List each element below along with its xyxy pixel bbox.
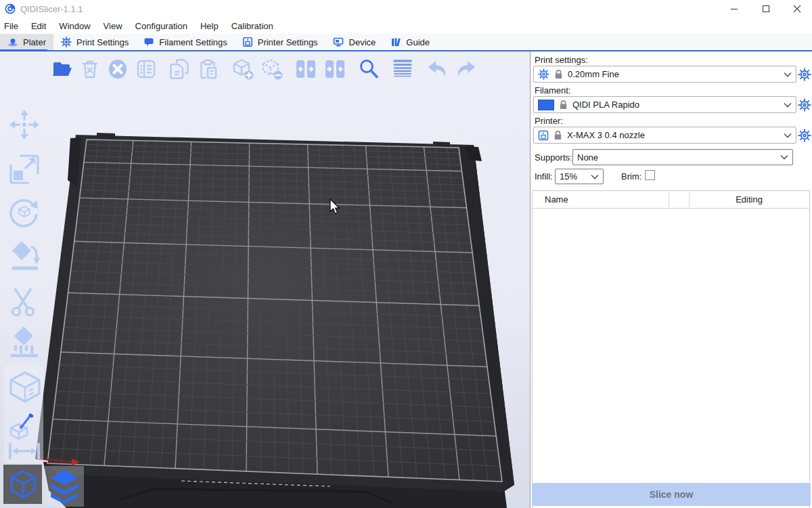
measure-button[interactable]	[7, 439, 42, 463]
maximize-button[interactable]	[751, 0, 781, 18]
printer-icon	[242, 37, 253, 47]
preview-view-button[interactable]	[45, 466, 84, 507]
chevron-down-icon	[784, 102, 792, 108]
move-button[interactable]	[7, 107, 42, 142]
menu-bar: File Edit Window View Configuration Help…	[0, 18, 812, 34]
print-settings-label: Print settings:	[535, 55, 588, 65]
scale-button[interactable]	[7, 152, 42, 187]
chevron-down-icon	[784, 72, 792, 77]
column-name: Name	[545, 194, 568, 205]
split-to-objects-button[interactable]	[294, 57, 318, 81]
edit-printer-button[interactable]	[797, 128, 812, 143]
object-table-header: Name Editing	[533, 191, 809, 209]
delete-all-button[interactable]	[106, 57, 130, 81]
menu-file[interactable]: File	[4, 21, 18, 31]
device-icon	[333, 37, 344, 47]
object-list-table[interactable]: Name Editing	[532, 190, 810, 508]
3d-editor-view-button[interactable]	[3, 465, 42, 504]
menu-configuration[interactable]: Configuration	[135, 21, 187, 31]
split-to-parts-button[interactable]	[323, 57, 347, 81]
slice-now-button[interactable]: Slice now	[532, 483, 811, 506]
arrange-button[interactable]	[134, 57, 158, 81]
supports-dropdown[interactable]: None	[572, 149, 793, 165]
edit-filament-button[interactable]	[797, 98, 812, 112]
print-settings-dropdown[interactable]: 0.20mm Fine	[533, 66, 796, 83]
guide-icon	[390, 37, 401, 47]
printer-value: X-MAX 3 0.4 nozzle	[567, 130, 779, 140]
brim-checkbox[interactable]	[645, 170, 655, 180]
brim-label: Brim:	[621, 171, 641, 182]
filament-color-swatch	[538, 100, 554, 110]
supports-value: None	[577, 152, 775, 163]
tab-print-settings[interactable]: Print Settings	[53, 34, 136, 50]
copy-button[interactable]	[168, 57, 192, 81]
filament-label: Filament:	[535, 85, 570, 96]
paint-on-supports-button[interactable]	[7, 325, 42, 360]
tab-printer-settings[interactable]: Printer Settings	[235, 34, 325, 50]
menu-edit[interactable]: Edit	[31, 21, 46, 31]
add-instance-button[interactable]	[231, 57, 255, 81]
place-on-face-button[interactable]	[7, 238, 42, 274]
gear-icon	[538, 68, 549, 80]
mmu-painting-button[interactable]	[7, 412, 42, 442]
seam-painting-button[interactable]	[7, 370, 42, 405]
tab-plater[interactable]: Plater	[0, 34, 53, 50]
menu-calibration[interactable]: Calibration	[231, 21, 273, 31]
undo-button[interactable]	[425, 57, 449, 81]
supports-label: Supports:	[535, 152, 572, 163]
print-settings-value: 0.20mm Fine	[568, 69, 779, 79]
printer-label: Printer:	[535, 116, 563, 126]
filament-value: QIDI PLA Rapido	[572, 100, 779, 110]
minimize-button[interactable]	[719, 0, 749, 18]
variable-layer-height-button[interactable]	[390, 57, 415, 81]
plater-icon	[7, 37, 18, 47]
cut-button[interactable]	[7, 284, 42, 320]
filament-icon	[143, 37, 154, 47]
remove-instance-button[interactable]	[260, 57, 284, 81]
mouse-cursor	[330, 199, 342, 217]
lock-icon	[554, 130, 562, 140]
chevron-down-icon	[780, 154, 788, 160]
infill-value: 15%	[560, 171, 586, 182]
lock-icon	[559, 100, 568, 110]
menu-window[interactable]: Window	[59, 21, 90, 31]
tab-filament-settings[interactable]: Filament Settings	[136, 34, 234, 50]
close-button[interactable]	[782, 0, 812, 18]
column-editing: Editing	[689, 194, 809, 205]
3d-viewport[interactable]	[0, 51, 530, 508]
app-logo-icon	[5, 3, 16, 14]
edit-print-settings-button[interactable]	[797, 67, 812, 82]
chevron-down-icon	[784, 133, 792, 138]
filament-dropdown[interactable]: QIDI PLA Rapido	[533, 96, 796, 113]
tab-bar: Plater Print Settings Filament Settings …	[0, 34, 812, 51]
window-title: QIDISlicer-1.1.1	[20, 4, 83, 14]
infill-label: Infill:	[535, 171, 553, 182]
menu-view[interactable]: View	[104, 21, 122, 31]
chevron-down-icon	[591, 174, 599, 179]
gear-icon	[61, 37, 72, 47]
printer-icon	[538, 130, 549, 141]
delete-button[interactable]	[78, 57, 102, 81]
redo-button[interactable]	[453, 57, 477, 81]
tab-guide[interactable]: Guide	[383, 34, 437, 50]
title-bar: QIDISlicer-1.1.1	[0, 0, 812, 18]
main-area: Print settings: 0.20mm Fine Filament: QI…	[0, 51, 812, 508]
paste-button[interactable]	[196, 57, 221, 81]
menu-help[interactable]: Help	[200, 21, 219, 31]
open-button[interactable]	[50, 57, 74, 81]
tab-device[interactable]: Device	[325, 34, 384, 50]
printer-dropdown[interactable]: X-MAX 3 0.4 nozzle	[533, 127, 796, 144]
column-separator	[669, 192, 669, 207]
lock-icon	[554, 69, 563, 79]
settings-panel: Print settings: 0.20mm Fine Filament: QI…	[531, 51, 812, 508]
print-bed	[0, 51, 530, 508]
rotate-button[interactable]	[7, 195, 42, 230]
search-button[interactable]	[357, 57, 381, 81]
infill-dropdown[interactable]: 15%	[555, 169, 604, 184]
